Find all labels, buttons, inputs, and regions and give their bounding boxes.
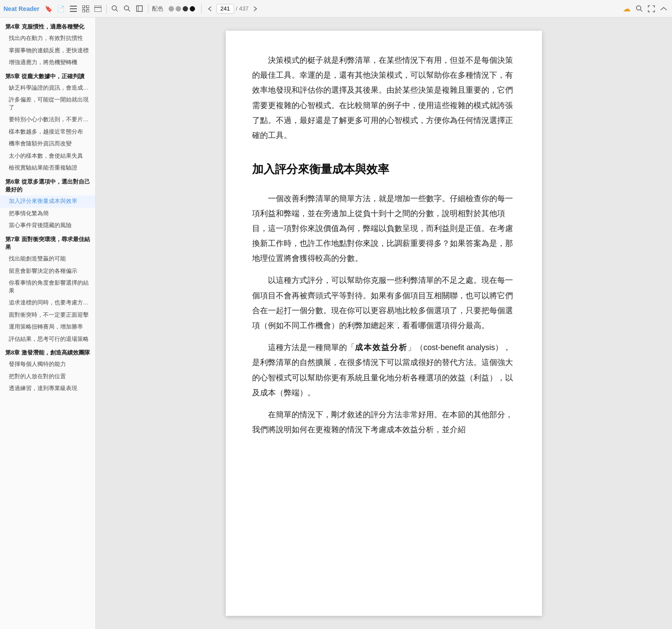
grid-icon[interactable] — [81, 4, 90, 14]
page-navigation: 241 / 437 — [205, 4, 260, 14]
svg-point-9 — [112, 6, 116, 10]
sidebar-item-ch5-1[interactable]: 缺乏科學論證的資訊，會造成判... — [0, 82, 95, 94]
window-icon[interactable] — [93, 4, 103, 14]
intro-paragraph: 決策模式的梃子就是利弊清單，在某些情況下有用，但並不是每個決策的最佳工具。幸運的… — [252, 53, 516, 143]
search-icon[interactable] — [110, 4, 120, 14]
sidebar-item-ch7-1[interactable]: 找出能創造雙贏的可能 — [0, 253, 95, 265]
dot4[interactable] — [190, 6, 195, 11]
total-pages: 437 — [239, 5, 249, 12]
app-title: Neat Reader — [4, 5, 40, 12]
sidebar-item-ch4-2[interactable]: 掌握事物的連鎖反應，更快達標 — [0, 45, 95, 57]
svg-point-15 — [636, 6, 641, 10]
separator2 — [148, 4, 148, 13]
toolbar-right: ☁ — [622, 4, 668, 14]
dot2[interactable] — [176, 6, 181, 11]
next-page-button[interactable] — [250, 4, 260, 14]
paragraph3-styled: 成本效益分析 — [355, 343, 408, 352]
search2-icon[interactable] — [123, 4, 132, 14]
page-input[interactable]: 241 — [217, 4, 234, 14]
search3-icon[interactable] — [634, 4, 644, 14]
content-area: 決策模式的梃子就是利弊清單，在某些情況下有用，但並不是每個決策的最佳工具。幸運的… — [96, 18, 672, 629]
sidebar-item-ch5-4[interactable]: 樣本數越多，越接近常態分布 — [0, 126, 95, 138]
separator3 — [201, 4, 202, 13]
sidebar-item-ch4-1[interactable]: 找出內在動力，有效對抗慣性 — [0, 33, 95, 45]
sidebar-item-ch7-7[interactable]: 評估結果，思考可行的退場策略 — [0, 333, 95, 346]
svg-rect-5 — [82, 10, 85, 12]
paragraph2: 以這種方式評分，可以幫助你克服一些利弊清單的不足之處。現在每一個項目不會再被齊頭… — [252, 273, 516, 333]
menu-icon[interactable] — [69, 4, 78, 14]
paragraph3: 這種方法是一種簡單的「成本效益分析」（cost-benefit analysis… — [252, 340, 516, 400]
svg-rect-2 — [70, 11, 77, 12]
sidebar-item-ch6-3[interactable]: 當心事件背後隱藏的風險 — [0, 220, 95, 232]
svg-rect-6 — [87, 10, 89, 12]
svg-rect-7 — [94, 6, 101, 12]
sidebar-item-ch7-4[interactable]: 追求達標的同時，也要考慮方法... — [0, 297, 95, 309]
sidebar-item-ch5-3[interactable]: 要特別小心小數法則，不要片面... — [0, 114, 95, 126]
book-icon[interactable]: 📄 — [56, 4, 66, 14]
svg-rect-3 — [82, 5, 85, 8]
chapter4-title: 第4章 克服慣性，適應各種變化 — [0, 19, 95, 33]
sidebar: 第4章 克服慣性，適應各種變化 找出內在動力，有效對抗慣性 掌握事物的連鎖反應，… — [0, 18, 96, 629]
svg-line-16 — [640, 10, 642, 11]
svg-rect-4 — [87, 5, 89, 8]
paragraph3-part1: 這種方法是一種簡單的「 — [268, 343, 355, 352]
chapter8-title: 第8章 激發潛能，創造高績效團隊 — [0, 345, 95, 358]
sidebar-item-ch5-7[interactable]: 檢視實驗結果能否重複驗證 — [0, 162, 95, 174]
svg-rect-1 — [70, 8, 77, 9]
sidebar-item-ch6-2[interactable]: 把事情化繁為簡 — [0, 208, 95, 220]
chapter5-title: 第5章 從龐大數據中，正確判讀 — [0, 69, 95, 82]
chapter7-title: 第7章 面對衝突環境，尋求最佳結果 — [0, 232, 95, 253]
sidebar-item-ch6-1[interactable]: 加入評分來衡量成本與效率 — [0, 195, 95, 208]
book-page: 決策模式的梃子就是利弊清單，在某些情況下有用，但並不是每個決策的最佳工具。幸運的… — [226, 31, 542, 616]
svg-line-10 — [116, 10, 118, 11]
sidebar-item-ch5-6[interactable]: 太小的樣本數，會使結果失真 — [0, 150, 95, 163]
svg-rect-13 — [137, 6, 142, 11]
toolbar: Neat Reader 🔖 📄 配色 241 / 437 — [0, 0, 672, 18]
separator1 — [106, 4, 107, 13]
expand-icon[interactable] — [135, 4, 145, 14]
section-heading: 加入評分來衡量成本與效率 — [252, 159, 516, 180]
sidebar-item-ch5-2[interactable]: 許多偏差，可能從一開始就出現了 — [0, 94, 95, 114]
sidebar-item-ch4-3[interactable]: 增強適應力，將危機變轉機 — [0, 57, 95, 69]
main-layout: 第4章 克服慣性，適應各種變化 找出內在動力，有效對抗慣性 掌握事物的連鎖反應，… — [0, 18, 672, 629]
sidebar-item-ch8-1[interactable]: 發揮每個人獨特的能力 — [0, 358, 95, 371]
paragraph4: 在簡單的情況下，剛才敘述的評分方法非常好用。在本節的其他部分，我們將說明如何在更… — [252, 407, 516, 437]
weather-icon[interactable]: ☁ — [622, 4, 632, 14]
sidebar-item-ch7-3[interactable]: 你看事情的角度會影響選擇的結果 — [0, 277, 95, 297]
svg-rect-0 — [70, 6, 77, 7]
svg-line-12 — [128, 10, 130, 11]
collapse-icon[interactable] — [659, 4, 668, 14]
sidebar-item-ch5-5[interactable]: 機率會隨額外資訊而改變 — [0, 138, 95, 150]
paragraph1: 一個改善利弊清單的簡單方法，就是增加一些數字。仔細檢查你的每一項利益和弊端，並在… — [252, 191, 516, 266]
svg-point-11 — [124, 6, 129, 10]
chapter6-title: 第6章 從眾多選項中，選出對自己最好的 — [0, 174, 95, 195]
sidebar-item-ch7-6[interactable]: 運用策略扭轉賽局，增加勝率 — [0, 321, 95, 333]
sidebar-item-ch8-3[interactable]: 透過練習，達到專業級表現 — [0, 383, 95, 395]
fullscreen-icon[interactable] — [647, 4, 656, 14]
bookmark-icon[interactable]: 🔖 — [44, 4, 54, 14]
prev-page-button[interactable] — [205, 4, 215, 14]
sidebar-item-ch7-5[interactable]: 面對衝突時，不一定要正面迎擊 — [0, 309, 95, 322]
paragraph1-text: 一個改善利弊清單的簡單方法，就是增加一些數字。仔細檢查你的每一項利益和弊端，並在… — [252, 194, 513, 263]
sidebar-item-ch8-2[interactable]: 把對的人放在對的位置 — [0, 371, 95, 383]
dot3[interactable] — [183, 6, 188, 11]
color-label: 配色 — [152, 5, 163, 13]
dot1[interactable] — [169, 6, 174, 11]
sidebar-item-ch7-2[interactable]: 留意會影響決定的各種偏示 — [0, 265, 95, 278]
page-separator: / — [236, 5, 238, 12]
color-dots — [169, 6, 195, 11]
